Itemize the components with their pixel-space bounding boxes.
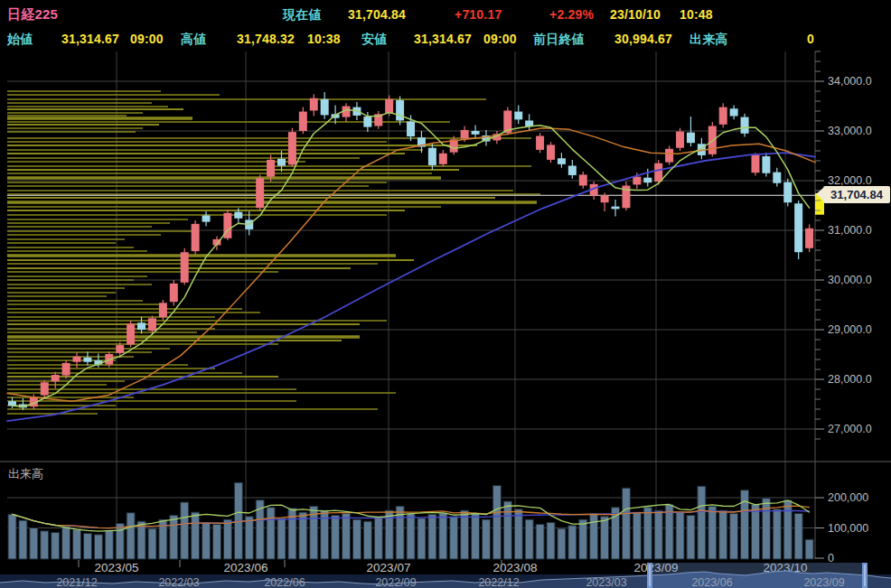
candle: [267, 160, 275, 177]
candle: [310, 98, 318, 111]
svg-text:2022/03: 2022/03: [158, 576, 199, 588]
svg-text:2023/09: 2023/09: [803, 576, 844, 588]
candle: [116, 345, 124, 353]
candle: [277, 159, 286, 166]
chart-canvas[interactable]: 34,000.033,000.032,000.031,000.030,000.0…: [0, 0, 891, 588]
candle: [288, 132, 296, 164]
candle: [41, 382, 49, 395]
candle: [256, 178, 264, 208]
price-axis: 34,000.033,000.032,000.031,000.030,000.0…: [815, 51, 872, 439]
current-price-tag: 31,704.84: [823, 186, 890, 203]
candle: [730, 108, 738, 116]
svg-text:31,000.0: 31,000.0: [828, 224, 872, 237]
candle: [612, 207, 620, 210]
candle: [234, 212, 242, 219]
candle: [794, 203, 802, 252]
candle: [547, 145, 555, 160]
price-ma-lines: [7, 110, 815, 422]
candle: [536, 136, 544, 150]
candle: [52, 375, 60, 381]
candle: [762, 156, 770, 173]
stock-chart-app: 日経225 現在値 31,704.84 +710.17 +2.29% 23/10…: [0, 0, 891, 588]
candle: [428, 148, 436, 165]
candle: [719, 107, 727, 125]
candle: [83, 358, 91, 362]
candle: [687, 133, 695, 144]
svg-text:28,000.0: 28,000.0: [828, 373, 872, 386]
candle: [407, 122, 415, 137]
svg-text:2021/12: 2021/12: [56, 576, 97, 588]
svg-text:33,000.0: 33,000.0: [828, 125, 872, 137]
candle: [299, 112, 307, 131]
svg-text:2023/03: 2023/03: [586, 576, 626, 588]
svg-text:200,000: 200,000: [828, 491, 868, 504]
candle: [601, 196, 609, 203]
candle: [137, 322, 145, 330]
candle: [127, 323, 135, 344]
candle: [385, 99, 393, 113]
svg-text:30,000.0: 30,000.0: [828, 274, 872, 286]
candle: [181, 252, 189, 283]
candle: [805, 229, 813, 248]
svg-text:2022/06: 2022/06: [264, 576, 305, 588]
candle: [202, 216, 211, 222]
svg-text:34,000.0: 34,000.0: [828, 75, 872, 88]
svg-text:0: 0: [828, 552, 834, 565]
candle: [579, 174, 587, 185]
candle: [783, 182, 792, 203]
volume-pane-label: 出来高: [8, 466, 43, 482]
svg-text:2023/06: 2023/06: [691, 576, 732, 588]
candle: [461, 130, 469, 138]
candle: [514, 112, 522, 120]
candle: [472, 131, 480, 135]
candle: [558, 158, 566, 164]
svg-text:2023/07: 2023/07: [367, 561, 411, 574]
candle: [654, 163, 662, 182]
candle: [676, 132, 684, 148]
candle: [192, 224, 200, 251]
candle: [148, 318, 156, 331]
candle: [439, 154, 447, 164]
candle: [170, 284, 178, 302]
candle: [633, 177, 641, 185]
svg-text:2023/05: 2023/05: [95, 561, 139, 574]
candle: [773, 173, 781, 183]
candle: [751, 154, 759, 173]
svg-text:100,000: 100,000: [828, 522, 868, 535]
candle: [568, 166, 577, 175]
candle: [643, 178, 652, 183]
candle: [665, 149, 673, 163]
candle: [321, 99, 329, 116]
candle: [396, 100, 404, 121]
svg-text:2022/09: 2022/09: [375, 576, 416, 588]
candle: [741, 117, 749, 134]
svg-text:29,000.0: 29,000.0: [828, 323, 872, 336]
candle: [363, 117, 371, 127]
svg-text:2023/06: 2023/06: [224, 561, 268, 574]
volume-axis: 200,000100,0000: [815, 491, 868, 565]
svg-text:2022/12: 2022/12: [478, 576, 519, 588]
candle: [73, 357, 81, 362]
svg-text:2023/08: 2023/08: [493, 561, 538, 574]
candle: [159, 303, 167, 317]
svg-text:32,000.0: 32,000.0: [828, 174, 872, 187]
volume-bars: [8, 482, 813, 559]
candle: [62, 363, 70, 376]
svg-text:27,000.0: 27,000.0: [828, 423, 872, 435]
